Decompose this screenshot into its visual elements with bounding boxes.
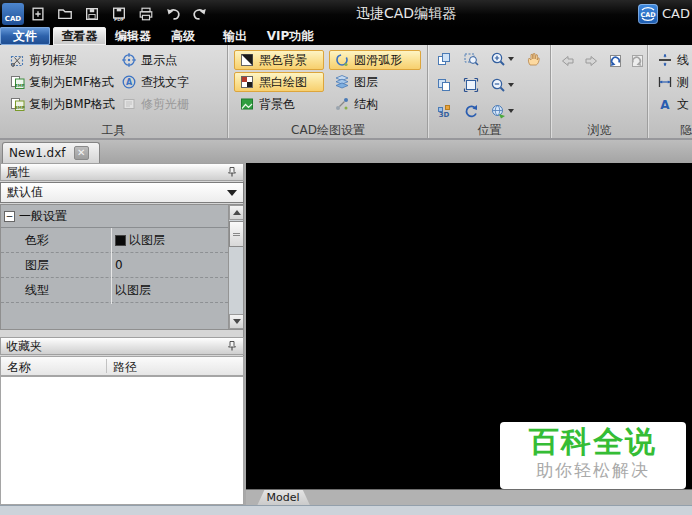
view-redo-button[interactable] (626, 50, 648, 72)
copy-view-icon (436, 51, 452, 67)
measure-icon (657, 74, 673, 90)
watermark: 百科全说 助你轻松解决 (500, 422, 686, 489)
copy-bmp-button[interactable]: BMP 复制为BMP格式 (4, 94, 120, 114)
tab-viewer[interactable]: 查看器 (53, 27, 106, 45)
display-points-button[interactable]: 显示点 (116, 50, 182, 70)
cad-convert-icon[interactable]: CAD (638, 4, 658, 24)
preset-dropdown[interactable]: 默认值 (0, 182, 244, 203)
tab-advanced[interactable]: 高级 (166, 27, 200, 45)
drawing-canvas[interactable]: 百科全说 助你轻松解决 (246, 163, 692, 489)
model-tab[interactable]: Model (252, 490, 314, 506)
group-label-tools: 工具 (0, 122, 227, 138)
column-path[interactable]: 路径 (113, 359, 137, 376)
new-file-button[interactable] (24, 2, 51, 26)
text-button[interactable]: A 文 (652, 94, 692, 114)
cad-editor-window: CAD PDF 迅捷CAD编辑器 CAD CAD 文件 查看器 编辑器 高级 输… (0, 0, 692, 515)
save-button[interactable] (78, 2, 105, 26)
zoom-window-icon (463, 51, 479, 67)
group-label-position: 位置 (429, 122, 550, 138)
ribbon: 剪切框架 EMF 复制为EMF格式 BMP 复制为BMP格式 显示点 A 查找文… (0, 45, 692, 140)
document-tab-bar: New1.dxf ✕ (0, 140, 692, 163)
black-white-drawing-button[interactable]: 黑白绘图 (234, 72, 324, 92)
cut-frame-button[interactable]: 剪切框架 (4, 50, 82, 70)
zoom-3d-button[interactable]: 3D (433, 100, 455, 122)
column-divider[interactable] (106, 359, 107, 373)
color-swatch (115, 235, 126, 246)
background-color-button[interactable]: 背景色 (234, 94, 300, 114)
scroll-down-icon[interactable] (229, 314, 244, 329)
file-menu-button[interactable]: 文件 (0, 27, 50, 45)
property-row-layer[interactable]: 图层 0 (1, 253, 228, 278)
ribbon-group-position: 3D 位置 (429, 45, 551, 138)
view-undo-button[interactable] (604, 50, 626, 72)
open-file-button[interactable] (51, 2, 78, 26)
ribbon-group-tools: 剪切框架 EMF 复制为EMF格式 BMP 复制为BMP格式 显示点 A 查找文… (0, 45, 228, 138)
property-grid: − 一般设置 色彩 以图层 图层 0 线型 以图层 (0, 204, 244, 330)
zoom-window-button[interactable] (460, 48, 482, 70)
find-text-icon: A (121, 74, 137, 90)
pan-button[interactable] (522, 48, 544, 70)
view-forward-button[interactable] (580, 50, 602, 72)
undo-button[interactable] (159, 2, 186, 26)
view-back-button[interactable] (556, 50, 578, 72)
view-undo-icon (607, 53, 623, 69)
scroll-up-icon[interactable] (229, 205, 244, 220)
layers-icon (334, 74, 350, 90)
zoom-extents-icon (463, 77, 479, 93)
black-white-drawing-icon (239, 74, 255, 90)
left-panel: 属性 默认值 − 一般设置 色彩 以图层 图层 0 线型 以图层 (0, 163, 244, 505)
watermark-subtitle: 助你轻松解决 (500, 459, 686, 481)
zoom-in-button[interactable] (487, 48, 517, 70)
svg-text:EMF: EMF (15, 83, 25, 88)
find-text-button[interactable]: A 查找文字 (116, 72, 194, 92)
save-pdf-button[interactable]: PDF (105, 2, 132, 26)
redo-icon (192, 6, 208, 22)
pan-hand-icon (525, 51, 541, 67)
structure-button[interactable]: 结构 (329, 94, 383, 114)
status-bar (0, 505, 692, 515)
property-group-row[interactable]: − 一般设置 (1, 206, 228, 228)
layers-button[interactable]: 图层 (329, 72, 383, 92)
regen-button[interactable] (460, 100, 482, 122)
tab-output[interactable]: 输出 (218, 27, 252, 45)
group-label-hide: 隐藏 (649, 122, 692, 138)
undo-icon (165, 6, 181, 22)
collapse-icon[interactable]: − (4, 211, 15, 222)
cad-convert-label[interactable]: CAD (662, 6, 690, 21)
pin-icon[interactable] (226, 166, 238, 178)
svg-text:A: A (660, 98, 670, 112)
ribbon-group-cad-settings: 黑色背景 黑白绘图 背景色 圆滑弧形 图层 结构 CAD绘图设置 (229, 45, 428, 138)
copy-emf-button[interactable]: EMF 复制为EMF格式 (4, 72, 119, 92)
scroll-thumb[interactable] (229, 221, 244, 247)
measure-button[interactable]: 测 (652, 72, 692, 92)
close-icon[interactable]: ✕ (74, 146, 89, 160)
column-name[interactable]: 名称 (7, 359, 31, 376)
paste-view-button[interactable] (433, 74, 455, 96)
favorites-list[interactable] (0, 376, 244, 505)
open-file-icon (57, 6, 73, 22)
pin-icon[interactable] (226, 340, 238, 352)
redo-button[interactable] (186, 2, 213, 26)
property-row-color[interactable]: 色彩 以图层 (1, 228, 228, 253)
zoom-out-button[interactable] (487, 74, 517, 96)
tab-editor[interactable]: 编辑器 (112, 27, 154, 45)
zoom-extents-button[interactable] (460, 74, 482, 96)
tab-vip[interactable]: VIP功能 (262, 27, 318, 45)
save-icon (84, 6, 100, 22)
property-row-linetype[interactable]: 线型 以图层 (1, 278, 228, 303)
globe-zoom-button[interactable] (487, 100, 517, 122)
trim-raster-button[interactable]: 修剪光栅 (116, 94, 194, 114)
document-tab[interactable]: New1.dxf ✕ (2, 142, 100, 163)
copy-view-button[interactable] (433, 48, 455, 70)
property-scrollbar[interactable] (228, 205, 244, 329)
chevron-down-icon (227, 190, 237, 196)
svg-text:3D: 3D (439, 111, 450, 119)
globe-zoom-dropdown-icon (508, 109, 514, 113)
black-background-button[interactable]: 黑色背景 (234, 50, 324, 70)
trim-raster-icon (121, 96, 137, 112)
copy-bmp-icon: BMP (9, 96, 25, 112)
line-width-button[interactable]: 线 (652, 50, 692, 70)
smooth-arc-button[interactable]: 圆滑弧形 (329, 50, 421, 70)
app-logo-icon[interactable]: CAD (2, 3, 24, 25)
print-button[interactable] (132, 2, 159, 26)
